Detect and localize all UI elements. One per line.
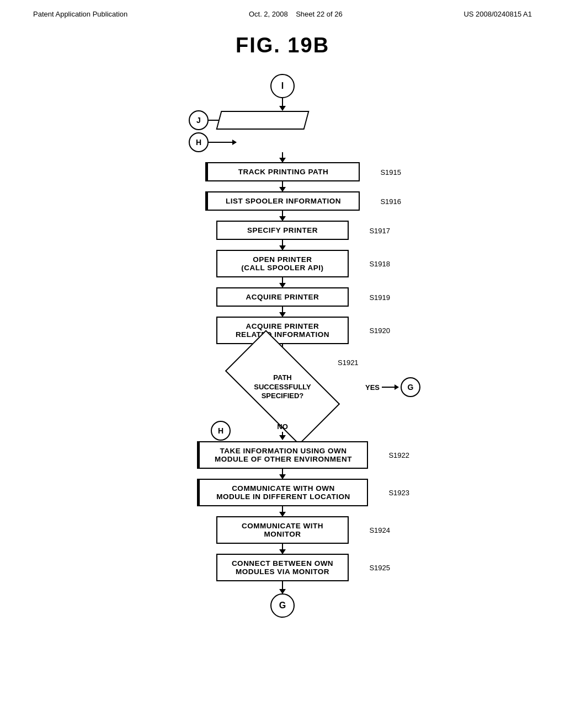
arrow-s1916-s1917	[282, 211, 283, 221]
node-s1923: COMMUNICATE WITH OWN MODULE IN DIFFERENT…	[197, 479, 368, 506]
label-s1923: S1923	[388, 489, 409, 497]
node-s1922: TAKE INFORMATION USING OWN MODULE OF OTH…	[197, 441, 368, 469]
s1915-row: TRACK PRINTING PATH S1915	[205, 162, 360, 181]
terminal-h2: H	[211, 421, 231, 441]
header-left: Patent Application Publication	[33, 10, 127, 18]
s1916-row: LIST SPOOLER INFORMATION S1916	[205, 191, 360, 211]
no-label: NO	[277, 422, 288, 431]
arrow-s1917-s1918	[282, 240, 283, 250]
s1922-row: TAKE INFORMATION USING OWN MODULE OF OTH…	[197, 441, 368, 469]
no-section: H NO	[189, 420, 376, 441]
node-s1915: TRACK PRINTING PATH	[205, 162, 360, 181]
label-s1916: S1916	[380, 197, 401, 205]
s1919-row: ACQUIRE PRINTER S1919	[216, 287, 349, 307]
arrow-to-track	[282, 152, 283, 162]
label-s1922: S1922	[388, 451, 409, 459]
label-s1921: S1921	[338, 358, 359, 367]
node-i-row: I	[270, 74, 295, 98]
header-center: Oct. 2, 2008 Sheet 22 of 26	[249, 10, 343, 18]
no-arrow-line	[282, 432, 283, 440]
page-header: Patent Application Publication Oct. 2, 2…	[0, 0, 565, 24]
arrow-s1922-s1923	[282, 469, 283, 479]
yes-line	[382, 387, 398, 388]
s1917-row: SPECIFY PRINTER S1917	[216, 221, 349, 240]
label-s1918: S1918	[369, 260, 390, 268]
label-s1925: S1925	[369, 564, 390, 572]
node-s1925: CONNECT BETWEEN OWN MODULES VIA MONITOR	[216, 554, 349, 581]
j-row: J	[189, 110, 307, 130]
h-row: H	[189, 132, 236, 152]
s1921-section: PATH SUCCESSFULLY SPECIFIED? S1921 YES G	[145, 354, 420, 420]
yes-label: YES	[365, 383, 380, 392]
terminal-j: J	[189, 110, 209, 130]
h-right-line	[209, 142, 236, 143]
arrow-s1924-s1925	[282, 544, 283, 554]
terminal-h: H	[189, 132, 209, 152]
node-s1918: OPEN PRINTER (CALL SPOOLER API)	[216, 250, 349, 277]
node-g-row: G	[270, 593, 295, 618]
terminal-i: I	[270, 74, 295, 98]
terminal-g1: G	[401, 377, 420, 397]
arrow-i-to-jh	[282, 98, 283, 110]
terminal-g2: G	[270, 593, 295, 618]
label-s1917: S1917	[369, 226, 390, 234]
header-right: US 2008/0240815 A1	[463, 10, 532, 18]
label-s1920: S1920	[369, 326, 390, 335]
flowchart: I J H TRAC	[89, 74, 476, 618]
node-s1924: COMMUNICATE WITH MONITOR	[216, 516, 349, 544]
s1923-row: COMMUNICATE WITH OWN MODULE IN DIFFERENT…	[197, 479, 368, 506]
node-s1920: ACQUIRE PRINTER RELATED INFORMATION	[216, 317, 349, 344]
arrow-s1918-s1919	[282, 277, 283, 287]
diamond-text: PATH SUCCESSFULLY SPECIFIED?	[254, 373, 311, 402]
j-left-line	[209, 120, 218, 121]
label-s1915: S1915	[380, 168, 401, 176]
arrow-s1915-s1916	[282, 181, 283, 191]
figure-title: FIG. 19B	[0, 34, 565, 57]
label-s1924: S1924	[369, 526, 390, 534]
arrow-s1923-s1924	[282, 506, 283, 516]
label-s1919: S1919	[369, 293, 390, 301]
s1918-row: OPEN PRINTER (CALL SPOOLER API) S1918	[216, 250, 349, 277]
yes-branch: YES G	[365, 377, 420, 397]
sheet-info: Sheet 22 of 26	[296, 10, 343, 18]
diamond-s1921: PATH SUCCESSFULLY SPECIFIED?	[222, 354, 343, 420]
node-s1917: SPECIFY PRINTER	[216, 221, 349, 240]
arrow-s1925-g	[282, 581, 283, 593]
node-s1919: ACQUIRE PRINTER	[216, 287, 349, 307]
arrow-s1919-s1920	[282, 307, 283, 317]
s1920-row: ACQUIRE PRINTER RELATED INFORMATION S192…	[216, 317, 349, 344]
node-s1916: LIST SPOOLER INFORMATION	[205, 191, 360, 211]
jh-section: J H	[189, 110, 376, 152]
s1924-row: COMMUNICATE WITH MONITOR S1924	[216, 516, 349, 544]
no-arrow: NO	[277, 422, 288, 440]
s1925-row: CONNECT BETWEEN OWN MODULES VIA MONITOR …	[216, 554, 349, 581]
parallelogram-j	[216, 111, 309, 130]
